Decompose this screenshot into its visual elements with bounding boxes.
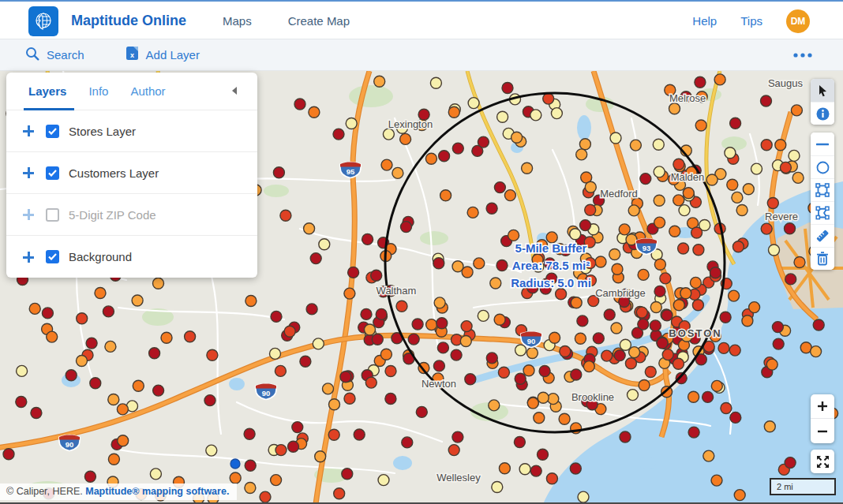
customer-dot[interactable] bbox=[780, 162, 791, 173]
add-layer-button[interactable]: x Add Layer bbox=[126, 46, 200, 64]
customer-dot[interactable] bbox=[813, 319, 824, 330]
customer-dot[interactable] bbox=[95, 288, 106, 299]
customer-dot[interactable] bbox=[117, 404, 128, 415]
customer-dot[interactable] bbox=[611, 323, 622, 334]
customer-dot[interactable] bbox=[650, 302, 661, 313]
customer-dot[interactable] bbox=[313, 338, 324, 349]
customer-dot[interactable] bbox=[328, 429, 339, 440]
customer-dot[interactable] bbox=[526, 348, 538, 359]
customer-dot[interactable] bbox=[300, 356, 311, 367]
layer-checkbox[interactable] bbox=[46, 208, 59, 222]
customer-dot[interactable] bbox=[551, 108, 562, 119]
customer-dot[interactable] bbox=[161, 332, 172, 343]
customer-dot[interactable] bbox=[461, 321, 472, 332]
customer-dot[interactable] bbox=[628, 390, 639, 401]
customer-dot[interactable] bbox=[743, 184, 754, 195]
customer-dot[interactable] bbox=[556, 289, 567, 300]
customer-dot[interactable] bbox=[729, 290, 740, 301]
customer-dot[interactable] bbox=[90, 378, 101, 389]
customer-dot[interactable] bbox=[679, 205, 690, 216]
customer-dot[interactable] bbox=[514, 437, 525, 448]
zoom-in-button[interactable] bbox=[811, 394, 834, 419]
delete-trash-button[interactable] bbox=[811, 247, 834, 270]
customer-dot[interactable] bbox=[245, 460, 256, 471]
customer-dot[interactable] bbox=[751, 163, 762, 174]
customer-dot[interactable] bbox=[412, 319, 423, 330]
customer-dot[interactable] bbox=[372, 334, 383, 345]
customer-dot[interactable] bbox=[430, 77, 441, 88]
customer-dot[interactable] bbox=[103, 306, 114, 317]
layer-row-customers[interactable]: Customers Layer bbox=[6, 152, 257, 194]
customer-dot[interactable] bbox=[628, 205, 639, 216]
customer-dot[interactable] bbox=[604, 309, 615, 320]
polygon-select-button[interactable] bbox=[811, 201, 834, 224]
customer-dot[interactable] bbox=[703, 450, 714, 461]
attribution-link[interactable]: Maptitude® mapping software. bbox=[85, 486, 229, 497]
customer-dot[interactable] bbox=[284, 326, 295, 337]
layer-row-zipcode[interactable]: 5-Digit ZIP Code bbox=[6, 194, 257, 236]
select-pointer-button[interactable] bbox=[811, 79, 834, 102]
customer-dot[interactable] bbox=[669, 103, 680, 114]
customer-dot[interactable] bbox=[661, 310, 673, 321]
customer-dot[interactable] bbox=[523, 365, 534, 376]
customer-dot[interactable] bbox=[508, 230, 519, 241]
tips-link[interactable]: Tips bbox=[740, 14, 762, 28]
customer-dot[interactable] bbox=[690, 277, 701, 288]
customer-dot[interactable] bbox=[371, 270, 382, 281]
customer-dot[interactable] bbox=[494, 182, 505, 193]
customer-dot[interactable] bbox=[494, 314, 505, 325]
customer-dot[interactable] bbox=[452, 143, 463, 154]
customer-dot[interactable] bbox=[654, 195, 665, 206]
customer-dot[interactable] bbox=[365, 324, 376, 335]
customer-dot[interactable] bbox=[585, 181, 596, 192]
customer-dot[interactable] bbox=[654, 166, 665, 177]
customer-dot[interactable] bbox=[108, 394, 119, 405]
customer-dot[interactable] bbox=[720, 312, 731, 323]
customer-dot[interactable] bbox=[519, 464, 530, 475]
customer-dot[interactable] bbox=[626, 234, 637, 245]
customer-dot[interactable] bbox=[530, 465, 541, 476]
customer-dot[interactable] bbox=[749, 302, 760, 313]
customer-dot[interactable] bbox=[17, 365, 28, 376]
customer-dot[interactable] bbox=[334, 488, 345, 499]
customer-dot[interactable] bbox=[3, 449, 14, 460]
customer-dot[interactable] bbox=[378, 475, 389, 486]
customer-dot[interactable] bbox=[785, 274, 796, 285]
customer-dot[interactable] bbox=[673, 358, 684, 369]
customer-dot[interactable] bbox=[408, 334, 419, 345]
customer-dot[interactable] bbox=[260, 491, 271, 502]
customer-dot[interactable] bbox=[669, 226, 680, 237]
customer-dot[interactable] bbox=[496, 260, 508, 271]
customer-dot[interactable] bbox=[133, 380, 144, 391]
customer-dot[interactable] bbox=[721, 403, 732, 414]
customer-dot[interactable] bbox=[539, 366, 550, 377]
measure-ruler-button[interactable] bbox=[811, 224, 834, 247]
customer-dot[interactable] bbox=[678, 243, 689, 254]
customer-dot[interactable] bbox=[306, 304, 317, 315]
customer-dot[interactable] bbox=[585, 204, 596, 215]
customer-dot[interactable] bbox=[761, 95, 772, 106]
customer-dot[interactable] bbox=[570, 229, 581, 240]
customer-dot[interactable] bbox=[575, 333, 586, 344]
customer-dot[interactable] bbox=[538, 392, 549, 403]
customer-dot[interactable] bbox=[772, 322, 783, 333]
customer-dot[interactable] bbox=[361, 308, 372, 319]
customer-dot[interactable] bbox=[474, 258, 485, 269]
customer-dot[interactable] bbox=[185, 331, 196, 342]
customer-dot[interactable] bbox=[304, 223, 315, 234]
customer-dot[interactable] bbox=[498, 367, 509, 378]
customer-dot[interactable] bbox=[706, 174, 717, 185]
customer-dot[interactable] bbox=[452, 431, 463, 442]
customer-dot[interactable] bbox=[734, 490, 745, 501]
customer-dot[interactable] bbox=[465, 374, 476, 385]
customer-dot[interactable] bbox=[693, 245, 704, 256]
customer-dot[interactable] bbox=[315, 451, 326, 462]
customer-dot[interactable] bbox=[680, 288, 691, 299]
expand-layer-icon[interactable] bbox=[22, 208, 35, 221]
customer-dot[interactable] bbox=[683, 188, 694, 199]
customer-dot[interactable] bbox=[792, 172, 804, 183]
expand-layer-icon[interactable] bbox=[22, 166, 35, 179]
customer-dot[interactable] bbox=[650, 320, 661, 331]
customer-dot[interactable] bbox=[791, 105, 802, 116]
customer-dot[interactable] bbox=[692, 300, 703, 311]
